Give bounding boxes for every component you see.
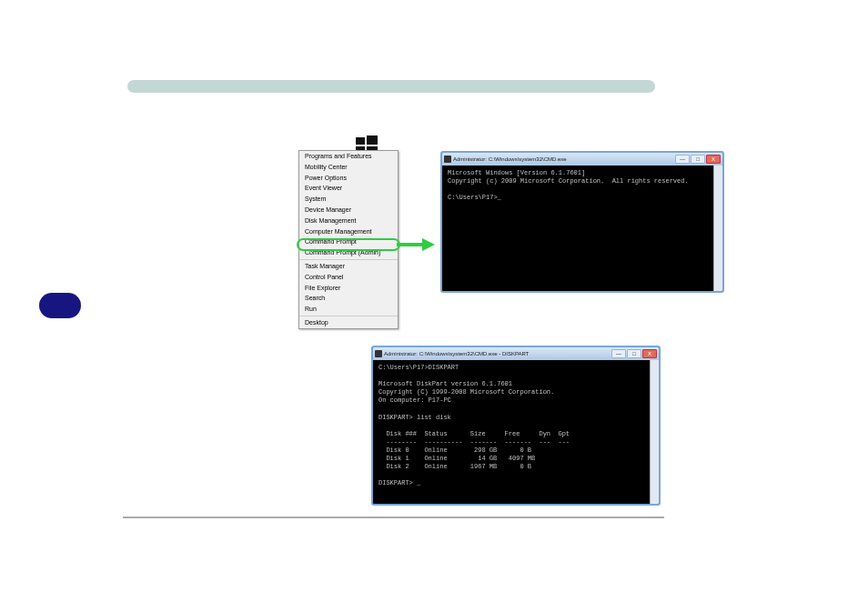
terminal-line: Disk 1 Online 14 GB 4097 MB [378,455,535,462]
window-title: Administrator: C:\Windows\system32\CMD.e… [384,351,529,356]
terminal-line: C:\Users\P17>_ [448,194,501,201]
menu-item[interactable]: Mobility Center [299,162,398,173]
maximize-button[interactable]: □ [691,155,705,164]
menu-item[interactable]: Programs and Features [299,151,398,162]
terminal-line: On computer: P17-PC [378,396,451,404]
step-badge [39,293,81,318]
menu-item[interactable]: Event Viewer [299,183,398,194]
titlebar[interactable]: Administrator: C:\Windows\system32\CMD.e… [373,347,659,360]
minimize-button[interactable]: — [611,349,626,358]
header-pill [127,80,655,93]
menu-item[interactable]: Desktop [299,317,398,328]
scrollbar[interactable] [650,360,659,504]
terminal-line: Disk 2 Online 1967 MB 0 B [378,463,531,470]
window-buttons: — □ X [611,349,657,358]
svg-rect-1 [367,135,378,145]
app-icon [375,350,382,357]
terminal-line: Microsoft DiskPart version 6.1.7601 [378,380,512,387]
cmd-window-1: Administrator: C:\Windows\system32\CMD.e… [440,151,724,293]
menu-item[interactable]: Disk Management [299,216,398,226]
terminal-body[interactable]: Microsoft Windows [Version 6.1.7601] Cop… [442,166,722,291]
win-x-context-menu: Programs and Features Mobility Center Po… [298,150,399,329]
minimize-button[interactable]: — [675,155,690,164]
maximize-button[interactable]: □ [627,349,641,358]
terminal-line: Microsoft Windows [Version 6.1.7601] [448,169,585,176]
cmd-window-2-diskpart: Administrator: C:\Windows\system32\CMD.e… [371,346,661,506]
menu-item[interactable]: Device Manager [299,205,398,216]
footer-divider [123,517,664,518]
close-button[interactable]: X [642,349,657,358]
app-icon [444,156,451,163]
terminal-line: Copyright (c) 2009 Microsoft Corporation… [448,177,689,185]
window-buttons: — □ X [675,155,721,164]
arrow-icon [397,238,437,251]
menu-item[interactable]: Search [299,293,398,304]
svg-rect-0 [356,137,365,145]
menu-item[interactable]: Task Manager [299,261,398,272]
terminal-line: Disk 0 Online 298 GB 0 B [378,446,531,454]
menu-item[interactable]: System [299,194,398,205]
menu-item[interactable]: Control Panel [299,272,398,283]
terminal-body[interactable]: C:\Users\P17>DISKPART Microsoft DiskPart… [373,360,659,504]
terminal-line: -------- ---------- ------- ------- --- … [378,438,570,446]
terminal-line: DISKPART> list disk [378,414,451,421]
menu-item[interactable]: Computer Management [299,226,398,237]
terminal-line: Disk ### Status Size Free Dyn Gpt [378,430,570,437]
menu-separator [299,259,398,260]
terminal-line: DISKPART> _ [378,479,420,487]
menu-item[interactable]: Run [299,304,398,315]
close-button[interactable]: X [706,155,721,164]
menu-item[interactable]: Power Options [299,173,398,184]
titlebar[interactable]: Administrator: C:\Windows\system32\CMD.e… [442,153,722,166]
window-title: Administrator: C:\Windows\system32\CMD.e… [453,156,567,162]
terminal-line: Copyright (C) 1999-2008 Microsoft Corpor… [378,388,554,396]
menu-separator [299,316,398,316]
menu-item[interactable]: File Explorer [299,283,398,294]
terminal-line: C:\Users\P17>DISKPART [378,364,459,371]
menu-item-command-prompt-admin[interactable]: Command Prompt (Admin) [299,247,398,258]
scrollbar[interactable] [713,166,722,291]
menu-item[interactable]: Command Prompt [299,236,398,247]
